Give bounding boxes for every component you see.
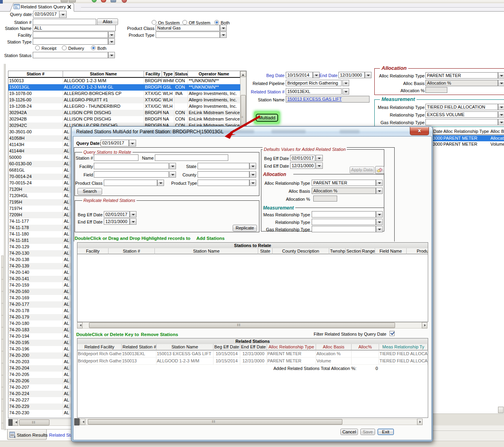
meas-rel-type-field[interactable]: TIERED FIELD ALLOCATION: [425, 104, 498, 110]
table-row[interactable]: 3000PARENT METERAllocation %: [423, 135, 504, 141]
station-status-dropdown[interactable]: [108, 52, 115, 58]
station-type-field[interactable]: [33, 38, 108, 45]
gas-rel-type-dropdown[interactable]: [498, 119, 504, 125]
delivery-radio[interactable]: [62, 45, 67, 50]
end-date-field[interactable]: 12/31/3000: [338, 72, 365, 78]
def-end-field[interactable]: 12/31/3000: [290, 162, 315, 169]
dlg-product-type-dropdown[interactable]: [249, 180, 256, 186]
dlg-field-field[interactable]: [94, 171, 169, 178]
receipt-radio[interactable]: [35, 45, 40, 50]
grid-cell: 7120H: [8, 186, 63, 193]
station-type-dropdown[interactable]: [108, 38, 115, 45]
def-alloc-basis-dropdown[interactable]: [376, 188, 383, 194]
def-end-dropdown[interactable]: [316, 162, 323, 169]
meas-rel-type-dropdown[interactable]: [498, 104, 504, 110]
rep-end-field[interactable]: 12/31/3000: [104, 218, 130, 225]
def-meas-rel-field[interactable]: [312, 211, 376, 218]
on-system-radio[interactable]: [152, 20, 156, 25]
alloc-rel-type-field[interactable]: PARENT METER: [425, 72, 498, 79]
table-row[interactable]: 19-1078-00ALLERGRO-BORCHERS CPXTX/GCWLHI…: [8, 91, 240, 97]
rep-end-dropdown[interactable]: [130, 218, 136, 225]
table-row[interactable]: 3000PARENT METERVolume: [423, 141, 504, 147]
search-button[interactable]: Search: [77, 188, 102, 195]
off-system-radio[interactable]: [182, 20, 187, 25]
table-row[interactable]: 19-1126-00ALLEGRO-PRUITT #1XTX/GCWLHAlle…: [8, 97, 240, 103]
blue-panel-icon[interactable]: [111, 0, 116, 2]
product-type-dropdown[interactable]: [220, 32, 227, 38]
alias-button[interactable]: Alias: [97, 18, 118, 25]
station-name-input[interactable]: ALL: [33, 25, 116, 31]
add-stations-link[interactable]: Add Stations: [196, 236, 225, 241]
rep-beg-field[interactable]: 02/01/2017: [104, 211, 130, 218]
tab-title[interactable]: Related Station Query: [21, 4, 66, 9]
table-row[interactable]: 19-1208-24ALLEGRO - THUNDERBIRDXTX/GCWLH…: [8, 103, 240, 110]
station-number-input[interactable]: [33, 19, 96, 25]
right-grid-scroll-button[interactable]: [498, 407, 504, 413]
facility-dropdown[interactable]: [108, 32, 115, 38]
query-date-dropdown[interactable]: [59, 11, 67, 18]
str-scroll-thumb[interactable]: [89, 322, 395, 328]
table-row[interactable]: Bridgeport Rich Gather150013ALLGOOD 1-2-…: [77, 358, 428, 365]
dlg-product-type-label: Product Type: [171, 181, 196, 186]
def-beg-dropdown[interactable]: [316, 155, 323, 161]
rel-type-dropdown[interactable]: [498, 111, 504, 118]
def-rel-field[interactable]: [312, 219, 376, 225]
dlg-query-date-field[interactable]: 02/16/2017: [101, 140, 129, 146]
right-grid-hscrollbar[interactable]: [432, 413, 504, 425]
product-class-field[interactable]: Natural Gas: [156, 25, 220, 31]
def-meas-rel-dropdown[interactable]: [376, 211, 383, 218]
dialog-close-button[interactable]: x: [410, 127, 429, 135]
exit-button[interactable]: Exit: [378, 429, 394, 435]
apply-data-button[interactable]: Apply Data: [350, 166, 374, 174]
def-rel-dropdown[interactable]: [376, 219, 383, 225]
def-alloc-rel-dropdown[interactable]: [376, 180, 383, 186]
dlg-county-dropdown[interactable]: [249, 171, 256, 178]
def-gas-rel-field[interactable]: [312, 226, 376, 232]
remove-stations-link[interactable]: Remove Stations: [141, 332, 178, 337]
related-station-field[interactable]: 150013EXL: [286, 88, 342, 95]
station-link[interactable]: 150013 EXCESS GAS LIFT: [287, 97, 342, 101]
both-radio[interactable]: [91, 45, 96, 50]
rel-type-field[interactable]: EXCESS VOLUME: [425, 111, 498, 118]
dlg-product-class-dropdown[interactable]: [157, 180, 164, 186]
grid-cell: 74-20-204: [8, 365, 63, 372]
alloc-basis-dropdown[interactable]: [498, 80, 504, 86]
related-pipeline-field[interactable]: Bridgeport Rich Gathering: [286, 80, 342, 86]
dlg-county-field[interactable]: [198, 171, 249, 178]
station-status-field[interactable]: [33, 52, 108, 58]
table-row[interactable]: 150013ALLGOOD 1-2-3 M/MBRDGPRCHWHMCON**U…: [8, 78, 240, 84]
field-value: 02/16/2017: [102, 140, 124, 145]
dlg-product-class-field[interactable]: [104, 180, 157, 186]
gas-rel-type-field[interactable]: [425, 119, 498, 125]
dlg-query-date-dropdown[interactable]: [129, 140, 136, 146]
eraser-button[interactable]: [375, 166, 384, 174]
related-pipeline-dropdown[interactable]: [342, 80, 349, 86]
related-stations-tab-label[interactable]: Related Sta: [49, 433, 73, 437]
table-row[interactable]: 150013GLALLGOOD 1-2-3 M/M GLBRDGPRCHGSLC…: [8, 84, 240, 91]
table-row[interactable]: Bridgeport Rich Gather150013EXL150013 EX…: [77, 350, 428, 358]
def-alloc-rel-field[interactable]: PARENT METER: [312, 180, 376, 186]
product-class-dropdown[interactable]: [220, 25, 227, 31]
table-row[interactable]: 302942AALLISON CPR DISCHGBRDGPRCHNACONEn…: [8, 110, 240, 116]
end-date-dropdown[interactable]: [365, 72, 372, 78]
both-system-radio[interactable]: [214, 20, 219, 25]
save-button[interactable]: Save: [360, 429, 375, 435]
def-beg-field[interactable]: 02/01/2017: [290, 155, 315, 161]
def-gas-rel-dropdown[interactable]: [376, 226, 383, 232]
filter-checkbox[interactable]: [389, 331, 395, 336]
cancel-button[interactable]: Cancel: [340, 429, 358, 435]
query-date-field[interactable]: 02/16/2017: [33, 11, 59, 18]
table-row[interactable]: 302942BALLISON CPR DISCHGBRDGPRCHNACONEn…: [8, 116, 240, 123]
tab-close-icon[interactable]: [67, 5, 71, 9]
alloc-rel-type-dropdown[interactable]: [498, 72, 504, 79]
dlg-facility-field[interactable]: [94, 163, 169, 169]
dlg-product-type-field[interactable]: [198, 180, 249, 186]
product-type-field[interactable]: [156, 32, 220, 38]
facility-field[interactable]: [33, 32, 108, 38]
dlg-state-field[interactable]: [198, 163, 249, 169]
dlg-state-dropdown[interactable]: [249, 163, 256, 169]
related-station-dropdown[interactable]: [342, 88, 349, 95]
rep-beg-dropdown[interactable]: [130, 211, 136, 218]
replicate-button[interactable]: Replicate: [233, 225, 257, 231]
dlg-name-input[interactable]: [155, 154, 228, 161]
